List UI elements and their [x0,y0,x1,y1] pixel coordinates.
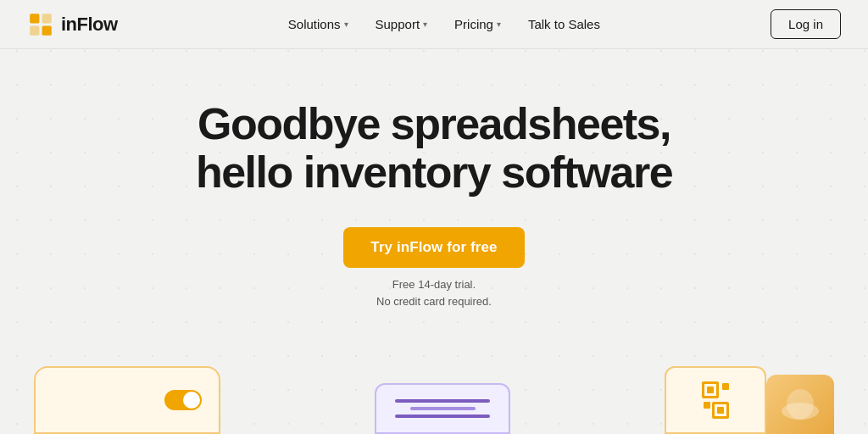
nav-solutions[interactable]: Solutions ▾ [278,12,359,36]
chevron-down-icon: ▾ [497,19,501,29]
toggle-knob [183,392,200,409]
navbar: inFlow Solutions ▾ Support ▾ Pricing ▾ T… [0,0,868,49]
logo-text: inFlow [61,14,118,36]
hero-heading: Goodbye spreadsheets, hello inventory so… [196,100,672,197]
svg-rect-3 [42,25,52,35]
login-button[interactable]: Log in [771,9,841,39]
preview-right-group [665,366,834,434]
qr-code-icon [702,381,729,419]
svg-point-4 [782,403,819,420]
list-line-3 [395,415,490,418]
try-inflow-button[interactable]: Try inFlow for free [343,227,524,268]
svg-rect-1 [42,14,52,23]
nav-support[interactable]: Support ▾ [365,12,438,36]
product-image-icon [775,379,826,430]
list-line-1 [395,399,490,403]
svg-rect-0 [30,14,39,23]
list-line-2 [410,407,476,410]
chevron-down-icon: ▾ [423,19,427,29]
svg-rect-2 [30,25,39,35]
logo-link[interactable]: inFlow [27,11,118,38]
preview-card-qr [665,366,766,434]
cta-subtext: Free 14-day trial. No credit card requir… [376,276,492,309]
preview-card-toggle [34,366,220,434]
inflow-logo-icon [27,11,54,38]
hero-section: Goodbye spreadsheets, hello inventory so… [0,49,868,309]
preview-card-list [375,383,510,434]
nav-talk-to-sales[interactable]: Talk to Sales [518,12,610,36]
nav-links: Solutions ▾ Support ▾ Pricing ▾ Talk to … [278,12,610,36]
svg-point-5 [787,389,814,420]
nav-pricing[interactable]: Pricing ▾ [444,12,511,36]
preview-area [0,358,868,434]
toggle-switch [164,390,202,410]
preview-card-image [766,375,834,434]
chevron-down-icon: ▾ [344,19,348,29]
cta-wrapper: Try inFlow for free Free 14-day trial. N… [343,227,524,309]
